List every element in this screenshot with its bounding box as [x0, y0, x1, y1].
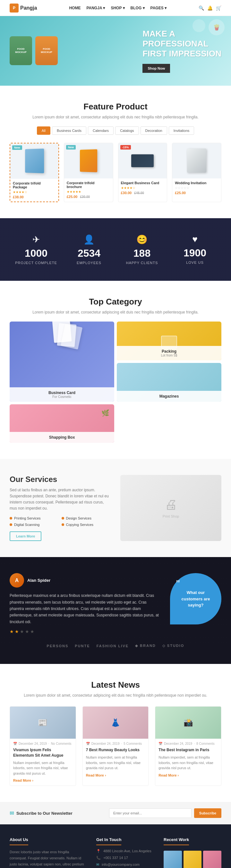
nav-blog[interactable]: BLOG ▾	[131, 6, 145, 10]
recent-img-2[interactable]	[184, 851, 202, 868]
product-card-3[interactable]: -15% Elegant Business Card ★★★★☆ £30.00 …	[118, 143, 167, 202]
filter-catalogs[interactable]: Catalogs	[115, 126, 139, 135]
news-grid: 📰 📅 December 24, 2019 · No Comments Viva…	[10, 706, 221, 786]
product-info-3: Elegant Business Card ★★★★☆ £30.00 £48.0…	[119, 178, 167, 197]
footer-about: About Us Donec lobortis justo vitae eros…	[10, 837, 87, 868]
feature-title: Feature Product	[10, 102, 221, 112]
read-more-2[interactable]: Read More ›	[86, 773, 145, 777]
main-nav: HOME PANGJA ▾ SHOP ▾ BLOG ▾ PAGES ▾	[69, 6, 166, 10]
product-img-4	[172, 143, 221, 178]
product-img-2: New	[64, 143, 113, 178]
news-separator-3: ·	[194, 742, 195, 745]
subscribe-button[interactable]: Subscribe	[194, 808, 221, 818]
quote-mark-icon: "	[176, 579, 180, 588]
newsletter-label: ✉ Subscribe to Our Newsletter	[10, 810, 72, 816]
newsletter-input[interactable]	[109, 808, 192, 818]
site-header: P Pangja HOME PANGJA ▾ SHOP ▾ BLOG ▾ PAG…	[0, 0, 231, 16]
product-card-4[interactable]: Wedding Invitation ☆☆☆☆☆ £25.00	[172, 143, 221, 202]
shop-now-button[interactable]: Shop Now	[142, 64, 170, 73]
product-img-3: -15%	[119, 143, 167, 178]
search-icon[interactable]: 🔍	[199, 5, 204, 10]
services-image-placeholder: 🖨 Print Shop	[163, 497, 179, 518]
news-img-3: 📸	[155, 707, 221, 739]
news-img-placeholder-2: 👗	[111, 718, 120, 727]
stat-clients-number: 188	[116, 247, 168, 259]
service-dot-printing	[10, 517, 12, 520]
news-date-1: December 24, 2019	[19, 742, 47, 745]
product-price-4: £25.00	[175, 191, 219, 195]
testimonial-stars: ★ ★ ★ ★ ★	[10, 629, 160, 634]
footer-contact: Get In Touch 📍 4880 Lincoln Ave, Los Ang…	[96, 837, 154, 868]
learn-more-button[interactable]: Learn More	[10, 531, 41, 541]
recent-img-1[interactable]	[164, 851, 182, 868]
bell-icon[interactable]: 🔔	[207, 5, 213, 10]
news-card-2[interactable]: 👗 📅 December 24, 2019 · 5 Comments 7 Bes…	[82, 706, 149, 786]
newsletter-text: Subscribe to Our Newsletter	[16, 811, 72, 816]
news-separator-2: ·	[121, 742, 122, 745]
footer-recent-images	[164, 851, 221, 868]
nav-pages[interactable]: PAGES ▾	[151, 6, 166, 10]
cat-deco-business	[53, 321, 71, 390]
cat-name-shipping: Shapping Box	[13, 435, 110, 440]
footer-email: ✉ info@yourcompany.com	[96, 863, 154, 867]
brand-logo-2: punte	[75, 644, 90, 648]
filter-tabs: All Business Cards Calendars Catalogs De…	[10, 126, 221, 135]
star-3: ★	[20, 629, 24, 634]
product-stars-1: ★★★★☆	[13, 190, 56, 194]
filter-business-cards[interactable]: Business Cards	[52, 126, 86, 135]
quote-bubble-text: What our customers are saying?	[178, 589, 213, 609]
testimonial-content: A Alan Spider Pellentesque maximus erat …	[10, 573, 160, 634]
product-info-2: Corporate trifold brochure ★★★★★ £25.00 …	[64, 178, 113, 201]
cat-name-magazines: Magazines	[121, 394, 218, 399]
filter-invitations[interactable]: Invitations	[169, 126, 194, 135]
footer-about-title: About Us	[10, 837, 28, 845]
header-icons: 🔍 🔔 🛒	[199, 5, 221, 10]
category-magazines[interactable]: Magazines	[117, 363, 221, 402]
services-section: Our Services Sed ut lactu finibus an ant…	[0, 459, 231, 557]
services-inner: Our Services Sed ut lactu finibus an ant…	[10, 475, 221, 541]
footer-phone: 📞 +001 337 14 17	[96, 856, 154, 860]
read-more-1[interactable]: Read More ›	[13, 778, 72, 782]
filter-decoration[interactable]: Decoration	[140, 126, 167, 135]
address-icon: 📍	[96, 849, 101, 853]
news-excerpt-3: Nullam imperdiet, sem at fringilla lobor…	[159, 755, 218, 771]
product-stars-4: ☆☆☆☆☆	[175, 186, 219, 190]
nav-home[interactable]: HOME	[69, 6, 80, 10]
product-card-1[interactable]: New Corporate trifold Package ★★★★☆ £38.…	[10, 143, 59, 202]
filter-calendars[interactable]: Calendars	[88, 126, 113, 135]
news-img-placeholder-1: 📰	[38, 718, 47, 727]
testimonial-section: A Alan Spider Pellentesque maximus erat …	[0, 557, 231, 664]
newsletter-form: Subscribe	[109, 808, 221, 818]
category-grid: Business Card For Cosmetic Packing Lot f…	[10, 321, 221, 443]
author-row: A Alan Spider	[10, 573, 160, 588]
news-subtitle: Lorem ipsum dolor sit amet, consectetur …	[10, 692, 221, 698]
news-card-3[interactable]: 📸 📅 December 24, 2019 · 8 Comments The B…	[155, 706, 221, 786]
nav-pangja[interactable]: PANGJA ▾	[86, 6, 105, 10]
hero-text: MAKE A PROFESSIONAL FIRST IMPRESSION Sho…	[142, 29, 221, 73]
stat-employees-icon: 👤	[63, 234, 116, 245]
product-card-2[interactable]: New Corporate trifold brochure ★★★★★ £25…	[64, 143, 113, 202]
stat-clients: 😊 188 HAPPY CLIENTS	[116, 234, 168, 265]
deco-circle-1	[193, 19, 205, 32]
brand-logo-4: ◆ BRAND	[135, 644, 156, 648]
category-packing[interactable]: Packing Lot from 5$	[117, 321, 221, 360]
category-shipping[interactable]: 🌿 Shapping Box	[10, 404, 114, 443]
nav-shop[interactable]: SHOP ▾	[111, 6, 125, 10]
stat-love-icon: ♥	[168, 234, 221, 245]
services-text: Our Services Sed ut lactu finibus an ant…	[10, 475, 111, 541]
news-comments-1: No Comments	[51, 742, 71, 745]
recent-img-3[interactable]	[203, 851, 221, 868]
testimonial-inner: A Alan Spider Pellentesque maximus erat …	[10, 573, 221, 634]
category-business-card[interactable]: Business Card For Cosmetic	[10, 321, 114, 402]
product-badge-1: New	[12, 145, 22, 150]
news-card-1[interactable]: 📰 📅 December 24, 2019 · No Comments Viva…	[10, 706, 76, 786]
cart-icon[interactable]: 🛒	[216, 5, 221, 10]
product-img-1: New	[10, 144, 58, 179]
footer-about-text: Donec lobortis justo vitae eros fringill…	[10, 849, 87, 868]
product-stars-2: ★★★★★	[67, 190, 110, 193]
read-more-3[interactable]: Read More ›	[159, 773, 218, 777]
service-label-printing: Printing Services	[14, 516, 41, 520]
filter-all[interactable]: All	[37, 126, 51, 135]
news-header: Latest News Lorem ipsum dolor sit amet, …	[10, 680, 221, 698]
logo[interactable]: P Pangja	[10, 3, 37, 12]
